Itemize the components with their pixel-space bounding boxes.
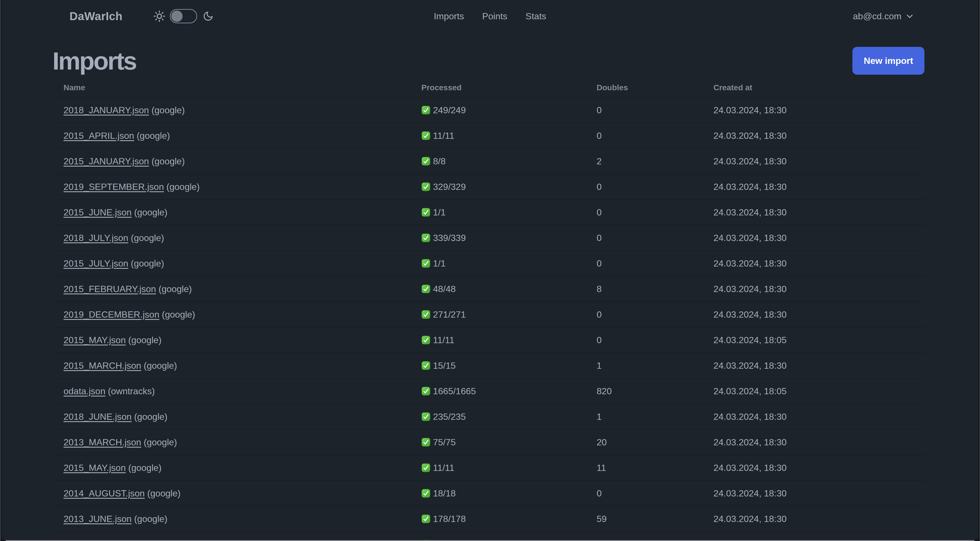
success-check-icon	[422, 335, 430, 345]
import-created-cell: 24.03.2024, 18:30	[713, 310, 926, 320]
import-file-link[interactable]: 2018_JUNE.json	[64, 412, 132, 422]
import-doubles-cell: 11	[597, 463, 713, 473]
import-source-label: (owntracks)	[105, 386, 155, 396]
import-doubles-cell: 1	[597, 412, 713, 422]
import-source-label: (google)	[128, 233, 164, 243]
import-created-cell: 24.03.2024, 18:30	[713, 258, 926, 269]
import-source-label: (google)	[149, 156, 185, 166]
import-source-label: (google)	[145, 488, 180, 498]
import-doubles-cell: 0	[597, 310, 713, 320]
import-source-label: (google)	[141, 361, 177, 371]
import-source-label: (google)	[126, 463, 161, 473]
processed-count: 1/1	[433, 258, 445, 269]
import-created-cell: 24.03.2024, 18:05	[713, 335, 926, 345]
processed-count: 339/339	[433, 233, 466, 243]
import-name-cell: 2018_JANUARY.json (google)	[54, 105, 422, 115]
table-row: 2015_APRIL.json (google) 11/11 0 24.03.2…	[54, 123, 926, 149]
table-row: 2015_MAY.json (google) 11/11 11 24.03.20…	[54, 455, 926, 481]
import-name-cell: 2015_MAY.json (google)	[54, 335, 422, 345]
import-processed-cell: 15/15	[422, 361, 597, 371]
column-header-doubles: Doubles	[597, 83, 713, 92]
processed-count: 11/11	[433, 131, 454, 141]
import-name-cell: 2013_MARCH.json (google)	[54, 437, 422, 448]
import-file-link[interactable]: 2018_JANUARY.json	[64, 105, 149, 115]
import-file-link[interactable]: 2015_JULY.json	[64, 258, 128, 268]
processed-count: 15/15	[433, 361, 456, 371]
import-file-link[interactable]: odata.json	[64, 386, 105, 396]
import-doubles-cell: 0	[597, 488, 713, 499]
success-check-icon	[422, 361, 430, 370]
success-check-icon	[422, 157, 430, 166]
import-name-cell: 2015_JANUARY.json (google)	[54, 156, 422, 167]
import-doubles-cell: 0	[597, 131, 713, 141]
import-doubles-cell: 0	[597, 233, 713, 243]
success-check-icon	[422, 259, 430, 268]
table-row: 2015_JULY.json (google) 1/1 0 24.03.2024…	[54, 251, 926, 276]
import-file-link[interactable]: 2015_APRIL.json	[64, 131, 134, 141]
import-processed-cell: 1/1	[422, 207, 597, 218]
table-body: 2018_JANUARY.json (google) 249/249 0 24.…	[54, 97, 926, 540]
import-created-cell: 24.03.2024, 18:30	[713, 463, 926, 473]
app-window: DaWarIch	[0, 0, 980, 540]
import-source-label: (google)	[132, 514, 167, 524]
import-file-link[interactable]: 2013_MARCH.json	[64, 437, 141, 447]
import-source-label: (google)	[132, 412, 167, 422]
processed-count: 249/249	[433, 105, 466, 115]
import-name-cell: 2018_JULY.json (google)	[54, 233, 422, 243]
import-processed-cell: 48/48	[422, 284, 597, 294]
processed-count: 11/11	[433, 335, 454, 345]
import-processed-cell: 1665/1665	[422, 386, 597, 397]
table-row: 2015_FEBRUARY.json (google) 48/48 8 24.0…	[54, 276, 926, 302]
import-file-link[interactable]: 2015_MARCH.json	[64, 361, 141, 371]
import-doubles-cell: 0	[597, 335, 713, 345]
table-row: 2018_JULY.json (google) 339/339 0 24.03.…	[54, 225, 926, 251]
import-file-link[interactable]: 2015_MAY.json	[64, 335, 126, 345]
table-row: 2015_JUNE.json (google) 1/1 0 24.03.2024…	[54, 200, 926, 225]
import-created-cell: 24.03.2024, 18:30	[713, 284, 926, 294]
table-row: odata.json (owntracks) 1665/1665 820 24.…	[54, 379, 926, 404]
table-row: 2013_MARCH.json (google) 75/75 20 24.03.…	[54, 430, 926, 455]
import-doubles-cell: 2	[597, 156, 713, 167]
import-processed-cell: 75/75	[422, 437, 597, 448]
import-created-cell: 24.03.2024, 18:30	[713, 131, 926, 141]
import-file-link[interactable]: 2013_JUNE.json	[64, 514, 132, 524]
table-row: 2015_MAY.json (google) 11/11 0 24.03.202…	[54, 327, 926, 353]
table-row: 2015_JANUARY.json (google) 8/8 2 24.03.2…	[54, 149, 926, 174]
table-row: 2018_JUNE.json (google) 235/235 1 24.03.…	[54, 404, 926, 430]
import-file-link[interactable]: 2014_AUGUST.json	[64, 488, 145, 498]
import-created-cell: 24.03.2024, 18:30	[713, 207, 926, 218]
import-created-cell: 24.03.2024, 18:30	[713, 361, 926, 371]
table-row: 2013_JUNE.json (google) 178/178 59 24.03…	[54, 506, 926, 532]
new-import-button[interactable]: New import	[853, 47, 924, 75]
processed-count: 1665/1665	[433, 386, 476, 397]
import-file-link[interactable]: 2019_DECEMBER.json	[64, 310, 159, 319]
import-file-link[interactable]: 2015_MAY.json	[64, 463, 126, 473]
import-file-link[interactable]: 2015_FEBRUARY.json	[64, 284, 156, 294]
import-file-link[interactable]: 2015_JANUARY.json	[64, 156, 149, 166]
success-check-icon	[422, 438, 430, 447]
import-processed-cell: 8/8	[422, 156, 597, 167]
column-header-processed: Processed	[422, 83, 597, 92]
import-file-link[interactable]: 2019_SEPTEMBER.json	[64, 182, 164, 192]
success-check-icon	[422, 233, 430, 243]
import-name-cell: 2015_MAY.json (google)	[54, 463, 422, 473]
table-row: 2019_DECEMBER.json (google) 271/271 0 24…	[54, 302, 926, 327]
import-processed-cell: 11/11	[422, 335, 597, 345]
import-name-cell: 2015_JUNE.json (google)	[54, 207, 422, 218]
processed-count: 271/271	[433, 310, 466, 320]
import-doubles-cell: 0	[597, 105, 713, 115]
import-file-link[interactable]: 2018_JULY.json	[64, 233, 128, 243]
page-title: Imports	[52, 48, 136, 73]
import-name-cell: 2015_JULY.json (google)	[54, 258, 422, 269]
processed-count: 178/178	[433, 514, 466, 524]
processed-count: 235/235	[433, 412, 466, 422]
table-row: 2018_JANUARY.json (google) 249/249 0 24.…	[54, 97, 926, 123]
import-name-cell: 2015_FEBRUARY.json (google)	[54, 284, 422, 294]
import-doubles-cell: 0	[597, 207, 713, 218]
processed-count: 11/11	[433, 463, 454, 473]
import-source-label: (google)	[159, 310, 195, 319]
import-processed-cell: 235/235	[422, 412, 597, 422]
screen-left-edge	[0, 0, 0, 541]
import-file-link[interactable]: 2015_JUNE.json	[64, 207, 132, 217]
column-header-created-at: Created at	[713, 83, 926, 92]
